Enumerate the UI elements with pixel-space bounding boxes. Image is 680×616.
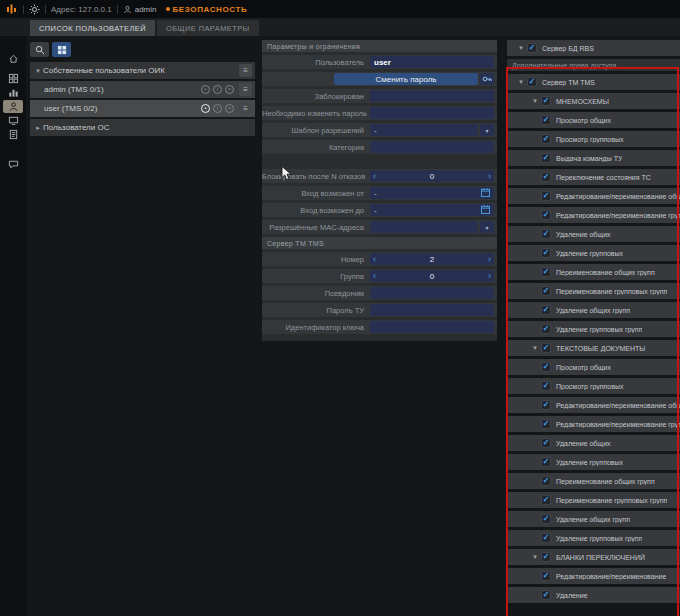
checkbox-checked[interactable]: ✓ bbox=[541, 153, 551, 163]
home-icon[interactable] bbox=[3, 52, 23, 65]
rights-item-row[interactable]: ✓Удаление общих групп bbox=[507, 511, 680, 527]
security-icon[interactable] bbox=[3, 100, 23, 113]
select-field[interactable] bbox=[370, 221, 478, 233]
journal-icon[interactable] bbox=[3, 128, 23, 141]
rights-item-row[interactable]: ✓Выдача команды ТУ bbox=[507, 150, 680, 166]
expander-icon[interactable]: ▸ bbox=[33, 124, 43, 132]
rights-item-row[interactable]: ✓Просмотр общих bbox=[507, 112, 680, 128]
user-group-row[interactable]: ▸Пользователи ОС bbox=[30, 119, 255, 136]
rights-item-row[interactable]: ✓Удаление общих групп bbox=[507, 302, 680, 318]
rights-item-row[interactable]: ✓Переключение состояния ТС bbox=[507, 169, 680, 185]
rights-item-row[interactable]: ✓Удаление общих bbox=[507, 226, 680, 242]
user-row[interactable]: admin (TMS 0/1)•i×≡ bbox=[30, 81, 255, 98]
expander-icon[interactable]: ▾ bbox=[529, 344, 541, 352]
screens-icon[interactable] bbox=[3, 72, 23, 85]
row-menu-button[interactable]: ≡ bbox=[239, 102, 252, 115]
checkbox-checked[interactable]: ✓ bbox=[527, 77, 537, 87]
checkbox-checked[interactable]: ✓ bbox=[541, 172, 551, 182]
rights-item-row[interactable]: ✓Просмотр групповых bbox=[507, 378, 680, 394]
view-options-button[interactable] bbox=[52, 42, 71, 57]
rights-item-row[interactable]: ✓Просмотр общих bbox=[507, 359, 680, 375]
calendar-button[interactable] bbox=[481, 205, 490, 216]
remove-icon[interactable]: × bbox=[225, 104, 234, 113]
rbs-server-row[interactable]: ▾ ✓ Сервер БД RBS bbox=[507, 40, 680, 56]
checkbox-checked[interactable]: ✓ bbox=[527, 43, 537, 53]
dropdown-button[interactable]: ▾ bbox=[480, 124, 494, 136]
rights-item-row[interactable]: ✓Переименование групповых групп bbox=[507, 283, 680, 299]
checkbox-checked[interactable]: ✓ bbox=[541, 438, 551, 448]
checkbox-checked[interactable]: ✓ bbox=[541, 286, 551, 296]
spinner-field[interactable]: ‹0› bbox=[370, 270, 494, 282]
input-field[interactable] bbox=[370, 321, 494, 333]
row-menu-button[interactable]: ≡ bbox=[239, 64, 252, 77]
rights-group-row[interactable]: ▾✓ТЕКСТОВЫЕ ДОКУМЕНТЫ bbox=[507, 340, 680, 356]
spinner-decrease[interactable]: ‹ bbox=[373, 171, 376, 181]
checkbox-checked[interactable]: ✓ bbox=[541, 134, 551, 144]
checkbox-checked[interactable]: ✓ bbox=[541, 495, 551, 505]
spinner-decrease[interactable]: ‹ bbox=[373, 254, 376, 264]
rights-item-row[interactable]: ✓Переименование общих групп bbox=[507, 473, 680, 489]
checkbox-checked[interactable]: ✓ bbox=[541, 343, 551, 353]
chat-icon[interactable] bbox=[3, 158, 23, 171]
checkbox-checked[interactable]: ✓ bbox=[541, 533, 551, 543]
checkbox-checked[interactable]: ✓ bbox=[541, 248, 551, 258]
monitor-icon[interactable] bbox=[3, 114, 23, 127]
search-button[interactable] bbox=[30, 42, 49, 57]
expander-icon[interactable]: ▾ bbox=[529, 97, 541, 105]
info-icon[interactable]: i bbox=[213, 85, 222, 94]
rights-item-row[interactable]: ✓Удаление групповых групп bbox=[507, 321, 680, 337]
rights-item-row[interactable]: ✓Удаление групповых bbox=[507, 245, 680, 261]
spinner-field[interactable]: ‹0› bbox=[370, 170, 494, 182]
spinner-increase[interactable]: › bbox=[488, 254, 491, 264]
rights-item-row[interactable]: ✓Удаление общих bbox=[507, 435, 680, 451]
spinner-increase[interactable]: › bbox=[488, 171, 491, 181]
checkbox-checked[interactable]: ✓ bbox=[541, 381, 551, 391]
dropdown-button[interactable]: ▾ bbox=[480, 221, 494, 233]
charts-icon[interactable] bbox=[3, 86, 23, 99]
current-user-button[interactable]: admin bbox=[123, 5, 157, 14]
checkbox-checked[interactable]: ✓ bbox=[541, 571, 551, 581]
spinner-field[interactable]: ‹2› bbox=[370, 253, 494, 265]
password-key-button[interactable] bbox=[480, 73, 494, 85]
rights-item-row[interactable]: ✓Редактирование/переименование bbox=[507, 568, 680, 584]
settings-gear-icon[interactable] bbox=[29, 4, 40, 15]
expander-icon[interactable]: ▾ bbox=[33, 67, 43, 75]
input-field[interactable] bbox=[370, 141, 494, 153]
select-field[interactable]: - bbox=[370, 124, 478, 136]
checkbox-checked[interactable]: ✓ bbox=[541, 590, 551, 600]
rights-item-row[interactable]: ✓Удаление групповых групп bbox=[507, 530, 680, 546]
expander-icon[interactable]: ▾ bbox=[515, 44, 527, 52]
input-field[interactable] bbox=[370, 107, 494, 119]
rights-group-row[interactable]: ▾✓БЛАНКИ ПЕРЕКЛЮЧЕНИЙ bbox=[507, 549, 680, 565]
radio-icon[interactable]: • bbox=[201, 104, 210, 113]
tab-user-list[interactable]: СПИСОК ПОЛЬЗОВАТЕЛЕЙ bbox=[30, 20, 155, 36]
checkbox-checked[interactable]: ✓ bbox=[541, 267, 551, 277]
spinner-decrease[interactable]: ‹ bbox=[373, 271, 376, 281]
row-menu-button[interactable]: ≡ bbox=[239, 83, 252, 96]
calendar-button[interactable] bbox=[481, 188, 490, 199]
rights-group-row[interactable]: ▾✓МНЕМОСХЕМЫ bbox=[507, 93, 680, 109]
checkbox-checked[interactable]: ✓ bbox=[541, 514, 551, 524]
info-icon[interactable]: i bbox=[213, 104, 222, 113]
rights-item-row[interactable]: ✓Удаление bbox=[507, 587, 680, 603]
change-password-button[interactable]: Сменить пароль bbox=[334, 73, 478, 85]
rights-item-row[interactable]: ✓Редактирование/переименование общих bbox=[507, 188, 680, 204]
date-field[interactable]: - bbox=[370, 187, 494, 199]
tab-general-params[interactable]: ОБЩИЕ ПАРАМЕТРЫ bbox=[157, 20, 259, 36]
rights-group-row[interactable]: ▾✓Сервер ТМ TMS bbox=[507, 74, 680, 90]
checkbox-checked[interactable]: ✓ bbox=[541, 419, 551, 429]
date-field[interactable]: - bbox=[370, 204, 494, 216]
user-row[interactable]: user (TMS 0/2)•i×≡ bbox=[30, 100, 255, 117]
input-field[interactable] bbox=[370, 304, 494, 316]
checkbox-checked[interactable]: ✓ bbox=[541, 210, 551, 220]
checkbox-checked[interactable]: ✓ bbox=[541, 96, 551, 106]
rights-item-row[interactable]: ✓Редактирование/переименование общих bbox=[507, 397, 680, 413]
checkbox-checked[interactable]: ✓ bbox=[541, 476, 551, 486]
expander-icon[interactable]: ▾ bbox=[515, 78, 527, 86]
input-field[interactable] bbox=[370, 90, 494, 102]
checkbox-checked[interactable]: ✓ bbox=[541, 362, 551, 372]
checkbox-checked[interactable]: ✓ bbox=[541, 457, 551, 467]
user-group-row[interactable]: ▾Собственные пользователи ОИК≡ bbox=[30, 62, 255, 79]
checkbox-checked[interactable]: ✓ bbox=[541, 305, 551, 315]
remove-icon[interactable]: × bbox=[225, 85, 234, 94]
